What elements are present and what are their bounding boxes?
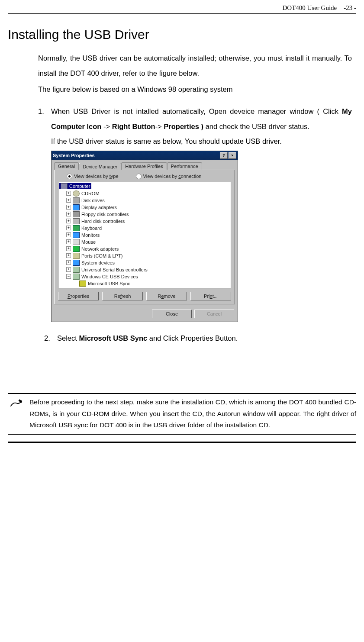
radio-dot-icon (136, 174, 142, 179)
refresh-button[interactable]: Refresh (102, 292, 143, 300)
tree-item[interactable]: +Monitors (66, 232, 230, 239)
tree-item[interactable]: +Ports (COM & LPT) (66, 252, 230, 259)
step-2-number: 2. (44, 331, 57, 346)
tab-panel: View devices by type View devices by con… (54, 170, 235, 304)
step-1: 1. When USB Driver is not intalled autom… (38, 104, 352, 149)
step-1-line-2: If the USB driver status is same as belo… (51, 134, 352, 149)
close-button[interactable]: Close (152, 310, 192, 318)
radio-dot-icon (67, 174, 72, 179)
footer-rule (8, 442, 356, 443)
page-title: Installing the USB Driver (8, 27, 356, 42)
expand-icon[interactable]: + (66, 239, 71, 244)
intro-paragraph-2: The figure below is based on a Windows 9… (38, 82, 352, 97)
properties-button[interactable]: Properties (58, 292, 99, 300)
device-icon (73, 204, 80, 210)
expand-icon[interactable]: + (66, 253, 71, 258)
expand-icon[interactable]: + (66, 198, 71, 203)
note-block: Before proceeding to the next step, make… (8, 393, 356, 434)
tree-item-child[interactable]: Microsoft USB Sync (73, 280, 230, 287)
device-icon (73, 218, 80, 224)
tab-performance[interactable]: Performance (167, 162, 202, 170)
expand-icon[interactable]: + (66, 212, 71, 216)
intro-paragraph-1: Normally, the USB driver can be automati… (38, 51, 352, 81)
step-1-number: 1. (38, 104, 51, 149)
dialog-tabs: General Device Manager Hardware Profiles… (54, 162, 235, 170)
device-icon (73, 197, 80, 203)
tab-general[interactable]: General (54, 162, 79, 170)
dialog-titlebar[interactable]: System Properties ? × (52, 151, 238, 160)
page-header: DOT400 User Guide -23 - (8, 4, 356, 14)
radio-view-by-connection[interactable]: View devices by connection (136, 174, 202, 179)
device-icon (73, 274, 80, 280)
doc-title: DOT400 User Guide (282, 4, 337, 12)
note-icon (8, 397, 25, 431)
tab-device-manager[interactable]: Device Manager (79, 163, 121, 170)
expand-icon[interactable]: − (66, 274, 71, 279)
expand-icon[interactable]: + (66, 205, 71, 210)
tree-item[interactable]: +Display adapters (66, 204, 230, 211)
page-number: -23 - (344, 4, 356, 12)
device-icon (73, 267, 80, 273)
remove-button[interactable]: Remove (146, 292, 187, 300)
dialog-title: System Properties (53, 153, 95, 158)
close-icon[interactable]: × (229, 152, 236, 159)
expand-icon[interactable]: + (66, 219, 71, 223)
device-icon (73, 239, 80, 245)
expand-icon[interactable]: + (66, 267, 71, 272)
tree-item[interactable]: +Hard disk controllers (66, 218, 230, 225)
step-2: 2. Select Microsoft USB Sync and Click P… (44, 331, 352, 346)
tree-item[interactable]: +Universal Serial Bus controllers (66, 266, 230, 273)
tab-hardware-profiles[interactable]: Hardware Profiles (121, 162, 167, 170)
pencil-icon (10, 398, 23, 409)
cancel-button: Cancel (194, 310, 234, 318)
device-icon (73, 253, 80, 259)
tree-item[interactable]: +Keyboard (66, 225, 230, 232)
tree-item[interactable]: −Windows CE USB Devices (66, 273, 230, 280)
tree-item[interactable]: +Network adapters (66, 245, 230, 252)
tree-item[interactable]: +System devices (66, 259, 230, 266)
help-icon[interactable]: ? (220, 152, 228, 159)
radio-view-by-type[interactable]: View devices by type (67, 174, 119, 179)
expand-icon[interactable]: + (66, 232, 71, 237)
tree-item[interactable]: +Mouse (66, 239, 230, 245)
tree-item[interactable]: +CDROM (66, 190, 230, 197)
device-icon (79, 281, 86, 287)
print-button[interactable]: Print... (190, 292, 231, 300)
system-properties-dialog: System Properties ? × General Device Man… (51, 151, 238, 322)
device-icon (73, 190, 80, 197)
tree-root-computer[interactable]: Computer (59, 183, 91, 189)
device-tree[interactable]: Computer +CDROM+Disk drives+Display adap… (58, 182, 231, 288)
tree-item[interactable]: +Disk drives (66, 197, 230, 204)
device-icon (73, 211, 80, 217)
computer-icon (61, 183, 68, 189)
tree-item[interactable]: +Floppy disk controllers (66, 211, 230, 218)
device-icon (73, 225, 80, 231)
device-icon (73, 232, 80, 238)
expand-icon[interactable]: + (66, 191, 71, 196)
expand-icon[interactable]: + (66, 226, 71, 230)
device-icon (73, 260, 80, 266)
expand-icon[interactable]: + (66, 246, 71, 251)
device-icon (73, 246, 80, 252)
note-text: Before proceeding to the next step, make… (29, 397, 356, 431)
expand-icon[interactable]: + (66, 260, 71, 265)
